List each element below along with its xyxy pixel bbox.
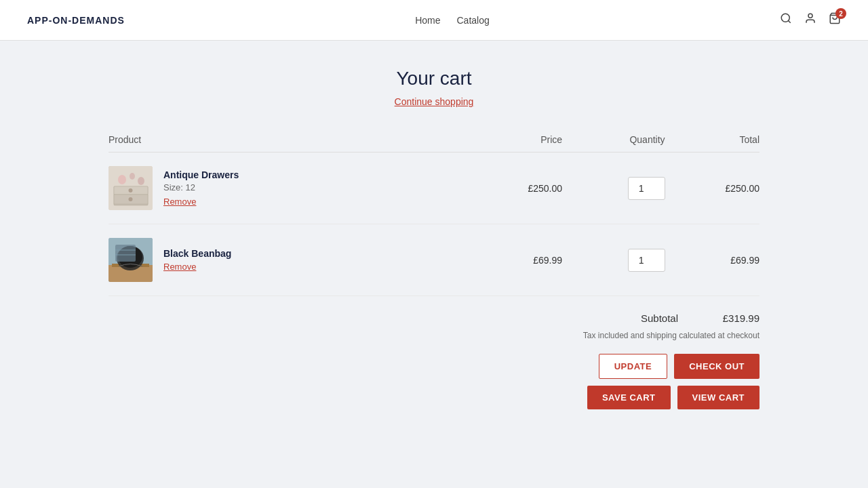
checkout-button[interactable]: CHECK OUT (674, 354, 760, 379)
svg-rect-18 (115, 245, 136, 262)
subtotal-amount: £319.99 (705, 312, 760, 324)
main-nav: Home Catalog (415, 15, 490, 26)
subtotal-section: Subtotal £319.99 (108, 312, 760, 331)
action-row-2: SAVE CART VIEW CART (587, 386, 760, 409)
product-cell-2: Black Beanbag Remove (108, 238, 468, 282)
total-1: £250.00 (665, 152, 760, 224)
col-header-product: Product (108, 127, 468, 152)
site-logo: APP-ON-DEMANDS (27, 15, 125, 26)
price-1: £250.00 (468, 152, 562, 224)
update-button[interactable]: UPDATE (599, 354, 667, 379)
svg-point-12 (138, 177, 144, 185)
subtotal-label: Subtotal (641, 312, 678, 324)
product-cell-1: Antique Drawers Size: 12 Remove (108, 166, 468, 210)
svg-point-11 (130, 173, 135, 180)
main-content: Your cart Continue shopping Product Pric… (95, 41, 773, 436)
table-row: Antique Drawers Size: 12 Remove £250.00 … (108, 152, 760, 224)
header-icons: 2 (780, 12, 841, 28)
product-info-1: Antique Drawers Size: 12 Remove (163, 169, 239, 207)
col-header-price: Price (468, 127, 562, 152)
continue-shopping-link[interactable]: Continue shopping (395, 96, 474, 107)
cart-actions: UPDATE CHECK OUT SAVE CART VIEW CART (108, 354, 760, 409)
search-icon[interactable] (780, 12, 792, 28)
product-name-2: Black Beanbag (163, 248, 231, 259)
continue-shopping-section: Continue shopping (108, 96, 760, 107)
action-row-1: UPDATE CHECK OUT (599, 354, 760, 379)
remove-link-2[interactable]: Remove (163, 262, 196, 272)
svg-point-0 (781, 14, 789, 22)
product-size-1: Size: 12 (163, 182, 239, 192)
qty-input-1[interactable] (628, 177, 665, 200)
cart-badge: 2 (835, 8, 846, 19)
price-2: £69.99 (468, 224, 562, 296)
svg-line-1 (788, 20, 790, 22)
total-2: £69.99 (665, 224, 760, 296)
svg-point-8 (129, 188, 133, 192)
tax-note: Tax included and shipping calculated at … (108, 331, 760, 340)
nav-catalog[interactable]: Catalog (456, 15, 489, 26)
user-icon[interactable] (804, 12, 816, 28)
svg-point-2 (808, 14, 812, 18)
cart-icon[interactable]: 2 (829, 12, 841, 28)
qty-cell-2 (562, 224, 665, 296)
nav-home[interactable]: Home (415, 15, 440, 26)
table-row: Black Beanbag Remove £69.99 £69.99 (108, 224, 760, 296)
product-image-beanbag (108, 238, 153, 282)
svg-point-9 (129, 197, 133, 201)
col-header-quantity: Quantity (562, 127, 665, 152)
view-cart-button[interactable]: VIEW CART (677, 386, 760, 409)
qty-cell-1 (562, 152, 665, 224)
svg-point-10 (118, 175, 126, 184)
product-image-drawers (108, 166, 153, 210)
product-info-2: Black Beanbag Remove (163, 248, 231, 272)
qty-input-2[interactable] (628, 249, 665, 272)
save-cart-button[interactable]: SAVE CART (587, 386, 671, 409)
page-title: Your cart (108, 68, 760, 89)
product-name-1: Antique Drawers (163, 169, 239, 180)
site-header: APP-ON-DEMANDS Home Catalog 2 (0, 0, 868, 41)
remove-link-1[interactable]: Remove (163, 197, 196, 207)
col-header-total: Total (665, 127, 760, 152)
cart-table: Product Price Quantity Total (108, 127, 760, 296)
